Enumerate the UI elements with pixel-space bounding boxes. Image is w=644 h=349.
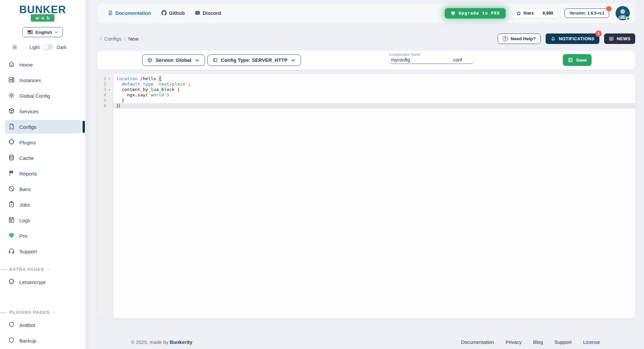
sidebar-item[interactable]: Letsencrypt <box>5 275 81 289</box>
fold-gutter <box>106 98 112 103</box>
action-row: / Configs / New ? Need Help? NOTIFICATIO… <box>97 32 635 45</box>
line-number: 2 <box>97 82 113 87</box>
breadcrumb: / Configs / New <box>100 36 138 42</box>
configuration-name-suffix: .conf <box>452 57 462 63</box>
sidebar-item-label: Logs <box>19 217 30 223</box>
sidebar-item[interactable]: Antibot <box>5 318 81 332</box>
sidebar-item-label: Services <box>19 109 39 114</box>
logo-subtext: web <box>31 14 55 22</box>
breadcrumb-configs[interactable]: Configs <box>104 36 121 42</box>
sidebar-item[interactable]: Logs <box>5 213 81 227</box>
section-header-plugins-pages[interactable]: PLUGINS PAGES <box>0 310 85 315</box>
shield-icon <box>8 321 15 329</box>
github-icon <box>161 10 167 17</box>
cube-icon <box>8 108 15 115</box>
chevron-down-icon <box>47 268 50 271</box>
top-nav-link[interactable]: Discord <box>195 10 221 17</box>
sidebar-item[interactable]: Reports <box>5 167 81 180</box>
top-nav-link[interactable]: Github <box>161 10 185 17</box>
sidebar-item[interactable]: Support <box>5 245 81 258</box>
brand-link[interactable]: Bunkerity <box>170 340 192 345</box>
newspaper-icon <box>609 36 614 41</box>
notifications-label: NOTIFICATIONS <box>559 36 594 41</box>
code-line[interactable]: } <box>113 103 635 109</box>
upgrade-to-pro-button[interactable]: Upgrade to PRO <box>445 8 506 19</box>
sidebar-item-label: Cache <box>19 155 34 161</box>
sidebar-item-label: Letsencrypt <box>19 279 46 285</box>
top-nav-link-label: Documentation <box>115 10 151 16</box>
sidebar-item[interactable]: Bans <box>5 182 81 196</box>
code-line[interactable]: ngx.say('world') <box>113 92 635 98</box>
service-dropdown[interactable]: Service: Global <box>142 54 205 66</box>
code-token-plain <box>116 82 122 87</box>
sidebar-item-label: Plugins <box>19 140 36 145</box>
sidebar-item-label: Reports <box>19 171 37 177</box>
sidebar-item[interactable]: Home <box>5 58 81 71</box>
version-badge[interactable]: Version: 1.6.5-rc1 <box>565 8 609 18</box>
sidebar-item[interactable]: Services <box>5 104 81 118</box>
news-button[interactable]: NEWS <box>604 33 635 44</box>
sidebar-item[interactable]: Cache <box>5 151 81 165</box>
footer-link[interactable]: Privacy <box>506 340 522 345</box>
editor-code-area[interactable]: location /hello { default_type 'text/pla… <box>113 74 635 318</box>
footer-link[interactable]: Blog <box>533 340 543 345</box>
bell-icon <box>551 36 556 41</box>
top-nav-links: Documentation Github Discord <box>108 10 221 17</box>
footer-link[interactable]: Support <box>554 340 572 345</box>
top-navbar: Documentation Github Discord Upgrade to … <box>97 3 635 23</box>
sidebar-item[interactable]: Instances <box>5 73 81 87</box>
fold-gutter <box>106 92 112 98</box>
notifications-button[interactable]: NOTIFICATIONS 1 <box>546 33 599 44</box>
code-editor[interactable]: 1▾23▾456 location /hello { default_type … <box>97 74 635 318</box>
stars-count: 8,988 <box>537 8 558 18</box>
config-type-dropdown[interactable]: Config Type: SERVER_HTTP <box>207 54 301 66</box>
sidebar-item[interactable]: Jobs <box>5 198 81 211</box>
copyright-text: © 2025, made by Bunkerity <box>131 340 192 345</box>
puzzle-icon <box>8 139 15 146</box>
top-nav-link-label: Discord <box>203 10 221 16</box>
github-stars-button[interactable]: Stars 8,988 <box>512 8 558 18</box>
code-line[interactable]: } <box>113 98 635 103</box>
sidebar-item[interactable]: Backup <box>5 334 81 347</box>
bunkerweb-logo: BUNKER web <box>0 0 85 22</box>
fold-arrow-icon[interactable]: ▾ <box>106 87 112 92</box>
fold-arrow-icon[interactable]: ▾ <box>106 76 112 82</box>
puzzle-icon <box>8 278 15 286</box>
theme-toggle[interactable] <box>43 44 53 50</box>
theme-light-label: Light <box>29 45 40 50</box>
sidebar-item-label: Pro <box>19 233 27 239</box>
code-line[interactable]: default_type 'text/plain'; <box>113 82 635 87</box>
document-icon <box>108 10 113 17</box>
footer-link[interactable]: License <box>583 340 600 345</box>
code-line[interactable]: content_by_lua_block { <box>113 87 635 92</box>
top-nav-link[interactable]: Documentation <box>108 10 151 17</box>
sidebar-item[interactable]: Configs <box>5 120 81 134</box>
sidebar-item[interactable]: Plugins <box>5 136 81 149</box>
ban-icon <box>8 185 15 193</box>
section-label: EXTRA PAGES <box>9 267 44 272</box>
layout-square-icon <box>212 57 218 63</box>
configuration-name-field: Configuration Name .conf <box>389 52 474 64</box>
save-button[interactable]: Save <box>563 54 592 66</box>
sidebar-item[interactable]: Pro <box>5 229 81 242</box>
user-avatar[interactable] <box>616 6 630 20</box>
stars-label: Stars <box>523 11 534 16</box>
language-selector[interactable]: English <box>22 27 63 37</box>
home-icon <box>8 61 15 69</box>
code-token-plain: } <box>116 98 124 103</box>
sidebar-item[interactable]: Global Config <box>5 89 81 102</box>
need-help-button[interactable]: ? Need Help? <box>498 33 541 44</box>
line-number: 5 <box>97 98 113 103</box>
notifications-badge: 1 <box>595 30 602 37</box>
configuration-name-input[interactable] <box>391 57 452 63</box>
code-token-keyword: location <box>116 76 138 81</box>
code-token-bracket-match: { <box>159 76 161 81</box>
online-status-dot <box>626 17 630 21</box>
section-header-extra-pages[interactable]: EXTRA PAGES <box>0 267 85 272</box>
footer-link[interactable]: Documentation <box>461 340 494 345</box>
discord-icon <box>195 10 200 17</box>
sidebar-item-label: Support <box>19 249 37 254</box>
footer-links: DocumentationPrivacyBlogSupportLicense <box>461 340 600 345</box>
code-line[interactable]: location /hello { <box>113 76 635 82</box>
text-cursor <box>119 103 120 108</box>
